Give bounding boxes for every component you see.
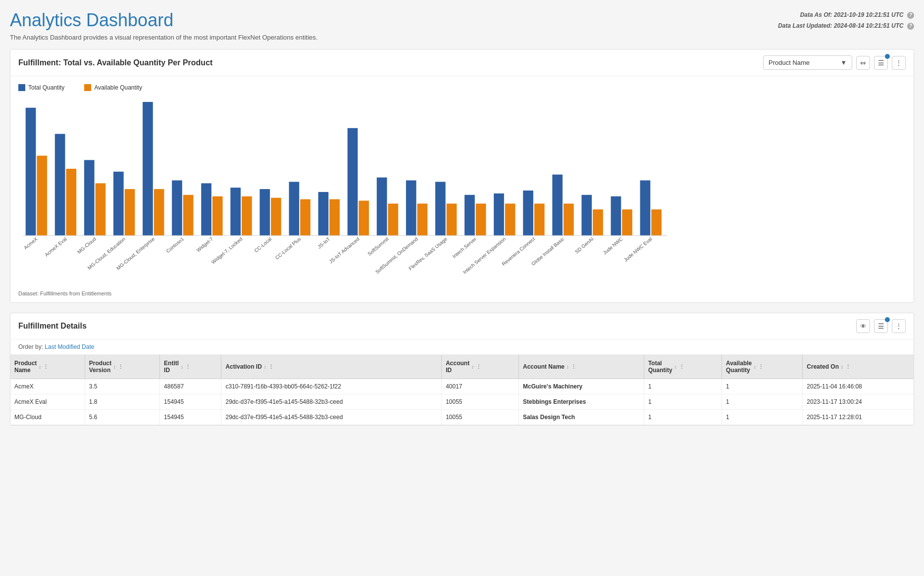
table-cell: 1.8 xyxy=(85,394,159,410)
th-account-id: AccountID ↕ ⋮ xyxy=(442,355,519,379)
svg-text:AcmeX: AcmeX xyxy=(23,236,39,250)
th-account-name: Account Name ↕ ⋮ xyxy=(519,355,644,379)
dropdown-label: Product Name xyxy=(769,59,810,66)
table-more-button[interactable]: ⋮ xyxy=(892,319,906,333)
svg-text:JS-IoT: JS-IoT xyxy=(316,236,331,249)
chart-filter-button[interactable]: ☰ xyxy=(874,56,888,70)
table-card-header: Fulfillment Details 👁 ☰ ⋮ xyxy=(10,313,914,339)
svg-text:Widget-7: Widget-7 xyxy=(196,236,214,253)
sort-entitlement-id-icon[interactable]: ↕ xyxy=(181,364,183,370)
sort-available-quantity-icon[interactable]: ↕ xyxy=(754,364,756,370)
legend-total: Total Quantity xyxy=(18,84,64,91)
page-subtitle: The Analytics Dashboard provides a visua… xyxy=(10,34,317,41)
sort-account-id-icon[interactable]: ↕ xyxy=(471,364,474,370)
svg-rect-40 xyxy=(417,203,428,236)
table-cell: Salas Design Tech xyxy=(519,410,644,425)
svg-rect-64 xyxy=(651,209,662,236)
col-menu-product-version-icon[interactable]: ⋮ xyxy=(118,364,123,370)
table-cell: AcmeX Eval xyxy=(10,394,85,410)
col-menu-total-quantity-icon[interactable]: ⋮ xyxy=(679,364,684,370)
col-menu-product-name-icon[interactable]: ⋮ xyxy=(43,364,49,370)
svg-rect-13 xyxy=(154,189,164,236)
svg-text:SD GenAI: SD GenAI xyxy=(574,236,595,254)
table-wrapper: ProductName ↕ ⋮ ProductVersion ↕ ⋮ xyxy=(10,355,914,425)
th-product-version: ProductVersion ↕ ⋮ xyxy=(85,355,159,379)
svg-rect-61 xyxy=(622,209,632,236)
sort-product-version-icon[interactable]: ↕ xyxy=(113,364,116,370)
svg-rect-18 xyxy=(201,183,211,236)
chart-more-button[interactable]: ⋮ xyxy=(892,56,906,70)
product-name-dropdown[interactable]: Product Name ▼ xyxy=(763,55,852,70)
table-cell: 1 xyxy=(721,410,802,425)
col-menu-activation-id-icon[interactable]: ⋮ xyxy=(268,364,274,370)
data-last-updated-info-icon[interactable]: ? xyxy=(907,23,914,30)
filter-badge xyxy=(885,54,890,59)
table-cell: 1 xyxy=(721,379,802,394)
svg-rect-43 xyxy=(447,203,457,236)
svg-rect-0 xyxy=(26,108,36,236)
table-visibility-button[interactable]: 👁 xyxy=(856,319,870,333)
svg-rect-39 xyxy=(406,180,416,236)
svg-rect-12 xyxy=(143,102,153,236)
chart-resize-button[interactable]: ⇔ xyxy=(856,56,870,70)
data-last-updated-label: Data Last Updated: xyxy=(778,22,832,29)
chart-title: Fulfillment: Total vs. Available Quantit… xyxy=(18,58,212,67)
th-product-name: ProductName ↕ ⋮ xyxy=(10,355,85,379)
svg-text:AcmeX Eval: AcmeX Eval xyxy=(44,236,68,257)
svg-rect-52 xyxy=(534,203,545,236)
table-body: AcmeX3.5486587c310-7891-f16b-4393-bb05-6… xyxy=(10,379,914,425)
svg-rect-57 xyxy=(581,195,592,236)
table-cell: 1 xyxy=(644,379,721,394)
table-cell: 2023-11-17 13:00:24 xyxy=(803,394,914,410)
table-cell: 40017 xyxy=(442,379,519,394)
table-title: Fulfillment Details xyxy=(18,322,87,331)
col-menu-available-quantity-icon[interactable]: ⋮ xyxy=(758,364,764,370)
svg-rect-3 xyxy=(55,134,65,236)
table-card: Fulfillment Details 👁 ☰ ⋮ Order by: Last… xyxy=(10,313,914,426)
svg-rect-48 xyxy=(494,193,504,236)
table-cell: c310-7891-f16b-4393-bb05-664c-5262-1f22 xyxy=(221,379,442,394)
svg-rect-55 xyxy=(564,203,574,236)
svg-rect-37 xyxy=(388,203,399,236)
data-last-updated-value: 2024-08-14 10:21:51 UTC xyxy=(834,22,904,29)
sort-total-quantity-icon[interactable]: ↕ xyxy=(674,364,677,370)
svg-rect-19 xyxy=(212,196,223,236)
bar-chart-svg: AcmeXAcmeX EvalMG-CloudMG-Cloud, Educati… xyxy=(18,97,672,285)
legend-available-color xyxy=(84,84,91,91)
legend-available: Available Quantity xyxy=(84,84,142,91)
table-filter-badge xyxy=(885,317,890,322)
fulfillment-table: ProductName ↕ ⋮ ProductVersion ↕ ⋮ xyxy=(10,355,914,425)
sort-created-on-icon[interactable]: ↕ xyxy=(841,364,843,370)
table-row: MG-Cloud5.615494529dc-d37e-f395-41e5-a14… xyxy=(10,410,914,425)
table-filter-button[interactable]: ☰ xyxy=(874,319,888,333)
svg-rect-54 xyxy=(552,175,563,236)
sort-activation-id-icon[interactable]: ↕ xyxy=(264,364,266,370)
svg-rect-27 xyxy=(289,182,300,236)
table-cell: 2025-11-17 12:28:01 xyxy=(803,410,914,425)
col-menu-account-name-icon[interactable]: ⋮ xyxy=(571,364,576,370)
svg-text:Jude NWC: Jude NWC xyxy=(602,236,624,256)
legend-total-label: Total Quantity xyxy=(28,84,64,91)
page-title: Analytics Dashboard xyxy=(10,10,317,31)
col-menu-created-on-icon[interactable]: ⋮ xyxy=(845,364,851,370)
sort-product-name-icon[interactable]: ↕ xyxy=(39,364,41,370)
col-menu-entitlement-id-icon[interactable]: ⋮ xyxy=(185,364,191,370)
chart-legend: Total Quantity Available Quantity xyxy=(18,84,906,91)
svg-text:CC-Local: CC-Local xyxy=(254,236,273,253)
table-cell: 1 xyxy=(644,410,721,425)
table-cell: AcmeX xyxy=(10,379,85,394)
table-controls: 👁 ☰ ⋮ xyxy=(856,319,906,333)
table-cell: 29dc-d37e-f395-41e5-a145-5488-32b3-ceed xyxy=(221,394,442,410)
svg-text:Contoso1: Contoso1 xyxy=(165,236,185,254)
svg-rect-51 xyxy=(523,191,533,236)
sort-account-name-icon[interactable]: ↕ xyxy=(566,364,569,370)
chart-svg-wrapper: AcmeXAcmeX EvalMG-CloudMG-Cloud, Educati… xyxy=(18,97,906,287)
chart-controls: Product Name ▼ ⇔ ☰ ⋮ xyxy=(763,55,906,70)
data-as-of-info-icon[interactable]: ? xyxy=(907,12,914,19)
order-by-link[interactable]: Last Modified Date xyxy=(45,343,94,350)
svg-rect-7 xyxy=(96,183,106,236)
col-menu-account-id-icon[interactable]: ⋮ xyxy=(476,364,481,370)
svg-rect-16 xyxy=(183,195,194,236)
svg-text:Intech Server: Intech Server xyxy=(452,236,478,259)
svg-rect-49 xyxy=(505,203,515,236)
